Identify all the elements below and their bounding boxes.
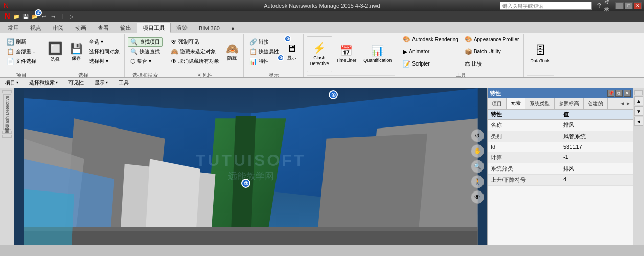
btn-display[interactable]: 🖥 显示 ② [283, 34, 301, 70]
visibility-group-label: 可见性 [168, 71, 241, 80]
ribbon-content: 🔄 刷新 📋 全部重... 📄 文件选择 项目 🔲 选择 [0, 33, 644, 78]
help-btn[interactable]: ? [595, 2, 603, 10]
search-group-label: 选择和搜索 [128, 71, 163, 80]
sidebar-item-sets[interactable]: 集合 [2, 131, 12, 134]
btn-quick-props[interactable]: 📋 快捷属性 [247, 47, 282, 56]
tab-extra[interactable]: ● [225, 23, 240, 33]
sidebar-item-measure[interactable]: 测量工具 [2, 135, 12, 138]
tab-output[interactable]: 输出 [114, 23, 137, 33]
sidebar-item-clash[interactable]: Clash Detective [3, 94, 11, 130]
tab-render[interactable]: 渲染 [171, 23, 193, 33]
tab-animation[interactable]: 动画 [70, 23, 92, 33]
btn-animator[interactable]: ▶ Animator [400, 47, 461, 56]
btn-select-same[interactable]: 选择相同对象 [86, 47, 122, 56]
nav-walk-btn[interactable]: 🚶 [471, 175, 484, 188]
prop-name-cell: 类别 [488, 131, 560, 142]
compare-icon: ⚖ [465, 60, 470, 68]
btn-reload-all[interactable]: 📋 全部重... [4, 47, 39, 56]
user-area[interactable]: 登录 [604, 2, 612, 10]
global-search-input[interactable] [500, 2, 592, 10]
quick-access-new[interactable]: 📁 [12, 12, 20, 20]
sidebar-item-project[interactable]: 项目目录 [2, 90, 12, 93]
btn-sets[interactable]: ⬡ 集合 ▾ [128, 57, 163, 66]
btn-select-all[interactable]: 全选 ▾ [86, 37, 122, 47]
svg-rect-14 [24, 227, 477, 231]
maximize-btn[interactable]: □ [625, 2, 633, 9]
btn-properties[interactable]: 📊 特性 ② [247, 57, 282, 66]
datatools-group-content: 🗄 DataTools [527, 34, 554, 75]
panel-tab-prev[interactable]: ◄ [619, 101, 625, 106]
btn-hide-unselected[interactable]: 🙈 隐藏未选定对象 [168, 47, 222, 56]
quick-access-open[interactable]: 💾 [21, 12, 30, 20]
btn-link[interactable]: 🔗 链接 [247, 37, 282, 47]
panel-tab-ref-level[interactable]: 参照标高 [555, 98, 584, 109]
btn-datatools[interactable]: 🗄 DataTools [527, 36, 554, 72]
clash-icon: ⚡ [313, 42, 326, 54]
tab-review[interactable]: 审阅 [47, 23, 70, 33]
right-edge-btn-down[interactable]: ▼ [634, 106, 643, 116]
right-edge-save-view[interactable]: 保存的视点 [634, 90, 643, 95]
btn-force-visible[interactable]: 👁 强制可见 [168, 37, 222, 47]
tools2-group-label: 工具 [400, 71, 521, 80]
visibility-group-content: 👁 强制可见 🙈 隐藏未选定对象 👁 取消隐藏所有对象 🙈 隐藏 [168, 34, 241, 71]
tab-project-tools[interactable]: 项目工具 [137, 23, 171, 33]
tab-viewpoint[interactable]: 视点 [25, 23, 47, 33]
btn-unhide-all[interactable]: 👁 取消隐藏所有对象 [168, 57, 222, 66]
btn-select[interactable]: 🔲 选择 [44, 34, 66, 70]
annotation-4-indicator: ④ [329, 90, 338, 99]
tab-home[interactable]: 常用 [2, 23, 25, 33]
btn-refresh[interactable]: 🔄 刷新 [4, 37, 39, 47]
panel-tab-created[interactable]: 创建的 [584, 98, 608, 109]
main-area: 项目目录 Clash Detective 集合 测量工具 [0, 88, 644, 245]
panel-close-btn[interactable]: ✕ [624, 90, 631, 97]
btn-appearance-profiler[interactable]: 🎨 Appearance Profiler [462, 35, 521, 44]
btn-quantification[interactable]: 📊 Quantification [360, 36, 395, 72]
btn-select-tree[interactable]: 选择树 ▾ [86, 57, 122, 66]
scene-svg [14, 88, 487, 245]
panel-controls: 📌 ⧉ ✕ [607, 90, 631, 97]
btn-autodesk-rendering[interactable]: 🎨 Autodesk Rendering [400, 35, 461, 44]
ribbon-group-project: 🔄 刷新 📋 全部重... 📄 文件选择 项目 [2, 34, 41, 77]
ribbon-group-search: 🔍 查找项目 🔍 快速查找 ⬡ 集合 ▾ 选择和搜索 [126, 34, 165, 77]
nav-orbit-btn[interactable]: ↺ [471, 129, 484, 142]
quick-access-misc[interactable]: ▷ [67, 12, 76, 20]
prop-name-cell: 系统分类 [488, 163, 560, 175]
btn-scripter[interactable]: 📝 Scripter [400, 59, 461, 69]
hide2-icon: 🙈 [226, 42, 239, 55]
btn-compare[interactable]: ⚖ 比较 [462, 59, 521, 69]
panel-pin-btn[interactable]: 📌 [607, 90, 614, 97]
btn-clash-detective[interactable]: ⚡ ClashDetective [307, 36, 332, 72]
btn-file-options[interactable]: 📄 文件选择 [4, 57, 39, 66]
nav-icon: N [3, 12, 11, 20]
panel-tab-element[interactable]: 元素 [507, 98, 525, 109]
panel-tab-project[interactable]: 项目 [488, 98, 507, 109]
search-tools-col: 🔍 查找项目 🔍 快速查找 ⬡ 集合 ▾ [128, 34, 163, 70]
quantification-icon: 📊 [371, 45, 384, 57]
nav-look-btn[interactable]: 👁 [471, 190, 484, 204]
nav-zoom-btn[interactable]: 🔍 [471, 160, 484, 173]
app-icon[interactable]: N [2, 2, 10, 10]
tab-view[interactable]: 查看 [92, 23, 114, 33]
btn-batch-utility[interactable]: 📦 Batch Utility [462, 47, 521, 56]
panel-tab-system-type[interactable]: 系统类型 [525, 98, 555, 109]
btn-quick-find[interactable]: 🔍 快速查找 [128, 47, 163, 56]
close-btn[interactable]: ✕ [634, 2, 642, 9]
viewport-3d[interactable]: TUTUISOFT 远能教学网 ③ ↺ ✋ 🔍 🚶 👁 ④ [14, 88, 487, 245]
btn-find-items[interactable]: 🔍 查找项目 [128, 37, 163, 47]
right-edge-btn-collapse[interactable]: ◄ [634, 117, 643, 126]
btn-hide[interactable]: 🙈 隐藏 [223, 34, 241, 70]
panel-tab-next[interactable]: ► [626, 101, 631, 106]
quick-access-save[interactable]: 📂 ① [31, 12, 39, 20]
panel-float-btn[interactable]: ⧉ [615, 90, 623, 97]
tab-bim360[interactable]: BIM 360 [193, 23, 225, 33]
select-dropdown-col: 全选 ▾ 选择相同对象 选择树 ▾ [86, 34, 122, 70]
right-edge-btn-up[interactable]: ▲ [634, 96, 643, 105]
btn-save-sets[interactable]: 💾 保存 [67, 34, 85, 70]
project-dropdown-arrow: ▾ [16, 80, 18, 85]
btn-timeliner[interactable]: 📅 TimeLiner [333, 36, 360, 72]
minimize-btn[interactable]: ─ [615, 2, 624, 9]
quick-access-redo[interactable]: ↪ [49, 12, 57, 20]
save-label: 保存 [72, 56, 81, 61]
annotation-2b: ② [284, 35, 291, 42]
nav-pan-btn[interactable]: ✋ [471, 144, 484, 158]
